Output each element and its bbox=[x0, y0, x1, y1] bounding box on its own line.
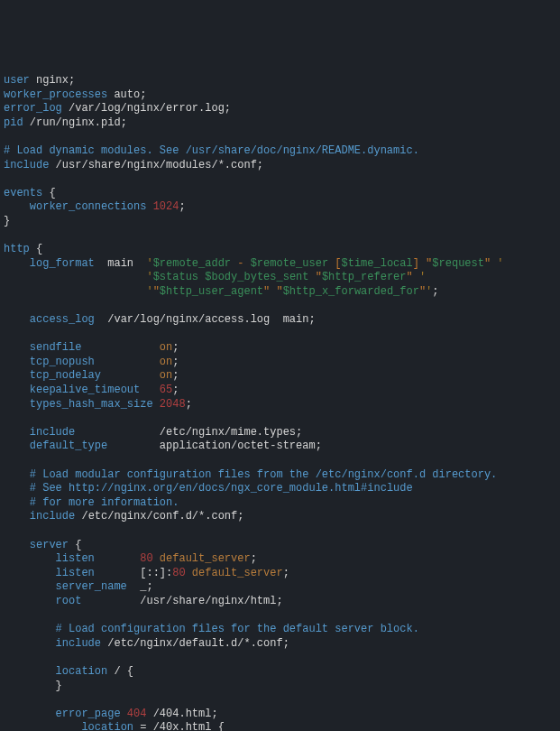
nginx-config-code: user nginx; worker_processes auto; error… bbox=[0, 70, 560, 731]
